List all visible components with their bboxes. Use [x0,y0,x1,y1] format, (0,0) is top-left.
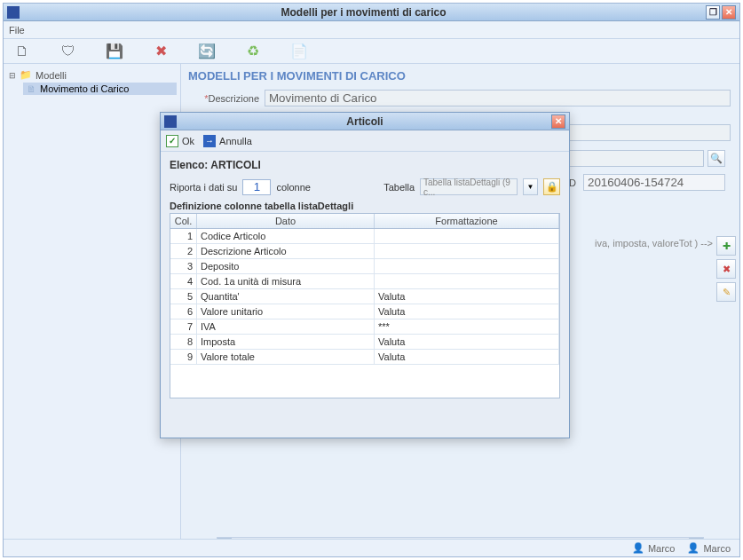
riporta-label: Riporta i dati su [170,182,237,193]
cell-dato[interactable]: Quantita' [197,289,375,304]
refresh-icon[interactable]: 🔄 [197,42,217,61]
tabella-label: Tabella [383,182,415,193]
header-fmt[interactable]: Formattazione [375,214,559,228]
cell-col[interactable]: 8 [170,335,197,349]
statusbar: 👤Marco 👤Marco [4,539,739,556]
dialog-app-icon [164,115,177,128]
table-row[interactable]: 3Deposito [170,259,559,274]
cell-fmt[interactable]: Valuta [375,350,559,364]
close-button[interactable]: ✕ [722,5,736,20]
folder-icon: 📁 [20,69,32,81]
grid-body[interactable]: 1Codice Articolo2Descrizione Articolo3De… [170,229,559,398]
table-row[interactable]: 9Valore totaleValuta [170,350,559,365]
dialog-title: Articoli [180,115,549,128]
ok-button[interactable]: ✓ Ok [166,135,194,147]
articoli-dialog: Articoli ✕ ✓ Ok → Annulla Elenco: ARTICO… [160,112,570,438]
window-title: Modelli per i movimenti di carico [23,6,704,19]
new-doc-icon[interactable]: 🗋 [12,42,32,61]
cell-col[interactable]: 6 [170,304,197,319]
table-row[interactable]: 8ImpostaValuta [170,335,559,350]
descrizione-label: *Descrizione [185,93,265,104]
tabella-combo-button[interactable]: ▼ [523,178,538,195]
columns-grid: Col. Dato Formattazione 1Codice Articolo… [170,213,560,398]
tree-toggle-icon[interactable]: ⊟ [9,71,16,80]
cell-fmt[interactable]: *** [375,319,559,334]
status-user-2: 👤Marco [687,542,731,554]
user-icon: 👤 [632,542,644,554]
section-title: MODELLI PER I MOVIMENTI DI CARICO [185,67,731,88]
cell-col[interactable]: 4 [170,274,197,288]
save-icon[interactable]: 💾 [105,42,124,61]
id-input [583,174,725,191]
tree-root-label: Modelli [36,70,67,81]
annulla-button[interactable]: → Annulla [203,135,252,147]
delete-icon[interactable]: ✖ [151,42,170,61]
dialog-close-button[interactable]: ✕ [551,114,565,129]
cell-col[interactable]: 7 [170,319,197,334]
bg-text-hint: iva, imposta, valoreTot ) --> [595,238,713,248]
table-row[interactable]: 5Quantita'Valuta [170,289,559,304]
sidebar: ⊟ 📁 Modelli 🗎 Movimento di Carico [4,64,181,556]
descrizione-input[interactable] [265,90,731,106]
cell-dato[interactable]: Descrizione Articolo [197,244,375,258]
cell-dato[interactable]: Valore unitario [197,304,375,319]
cancel-icon: → [203,135,216,147]
cell-fmt[interactable] [375,244,559,258]
shield-icon[interactable]: 🛡 [59,42,78,61]
cell-fmt[interactable] [375,229,559,243]
header-dato[interactable]: Dato [197,214,375,228]
dialog-body: Elenco: ARTICOLI Riporta i dati su colon… [161,152,569,438]
cols-row: Riporta i dati su colonne Tabella Tabell… [170,178,560,195]
dialog-toolbar: ✓ Ok → Annulla [161,130,569,152]
table-row[interactable]: 6Valore unitarioValuta [170,304,559,319]
elenco-heading: Elenco: ARTICOLI [170,159,560,171]
search-button[interactable]: 🔍 [707,150,725,167]
tabella-combo[interactable]: Tabella listaDettagli (9 c... [420,178,518,195]
cell-fmt[interactable] [375,274,559,288]
cell-col[interactable]: 2 [170,244,197,258]
export-icon[interactable]: 📄 [289,42,309,61]
columns-input[interactable] [242,179,271,195]
ok-icon: ✓ [166,135,178,147]
cell-dato[interactable]: Imposta [197,335,375,349]
table-row[interactable]: 1Codice Articolo [170,229,559,244]
cell-dato[interactable]: Cod. 1a unità di misura [197,274,375,288]
user-icon: 👤 [687,542,700,554]
cell-dato[interactable]: IVA [197,319,375,334]
side-buttons: ✚ ✖ ✎ [716,236,736,302]
cell-fmt[interactable]: Valuta [375,289,559,304]
add-button[interactable]: ✚ [716,236,736,256]
recycle-icon[interactable]: ♻ [243,42,263,61]
doc-icon: 🗎 [27,83,36,94]
menubar: File [4,21,739,39]
table-row[interactable]: 7IVA*** [170,319,559,335]
remove-button[interactable]: ✖ [716,259,736,279]
cell-dato[interactable]: Deposito [197,259,375,273]
cell-col[interactable]: 5 [170,289,197,304]
menu-file[interactable]: File [9,25,25,35]
lock-button[interactable]: 🔒 [543,178,560,195]
edit-button[interactable]: ✎ [716,282,736,302]
cell-fmt[interactable] [375,259,559,273]
status-user-1: 👤Marco [632,542,676,554]
main-titlebar: Modelli per i movimenti di carico ❐ ✕ [4,4,739,21]
descrizione-row: *Descrizione [185,90,731,106]
table-row[interactable]: 4Cod. 1a unità di misura [170,274,559,289]
cell-col[interactable]: 3 [170,259,197,273]
dialog-titlebar: Articoli ✕ [161,113,569,130]
definizione-heading: Definizione colonne tabella listaDettagl… [170,201,560,211]
app-icon [7,6,20,19]
cell-fmt[interactable]: Valuta [375,335,559,349]
cell-dato[interactable]: Valore totale [197,350,375,364]
table-row[interactable]: 2Descrizione Articolo [170,244,559,259]
cell-col[interactable]: 9 [170,350,197,364]
restore-button[interactable]: ❐ [706,5,720,20]
cell-col[interactable]: 1 [170,229,197,243]
main-toolbar: 🗋 🛡 💾 ✖ 🔄 ♻ 📄 [4,39,739,64]
tree-root[interactable]: ⊟ 📁 Modelli [7,67,177,83]
colonne-label: colonne [276,182,311,193]
cell-dato[interactable]: Codice Articolo [197,229,375,243]
header-col[interactable]: Col. [170,214,197,228]
cell-fmt[interactable]: Valuta [375,304,559,319]
tree-child-movimento[interactable]: 🗎 Movimento di Carico [23,83,177,95]
